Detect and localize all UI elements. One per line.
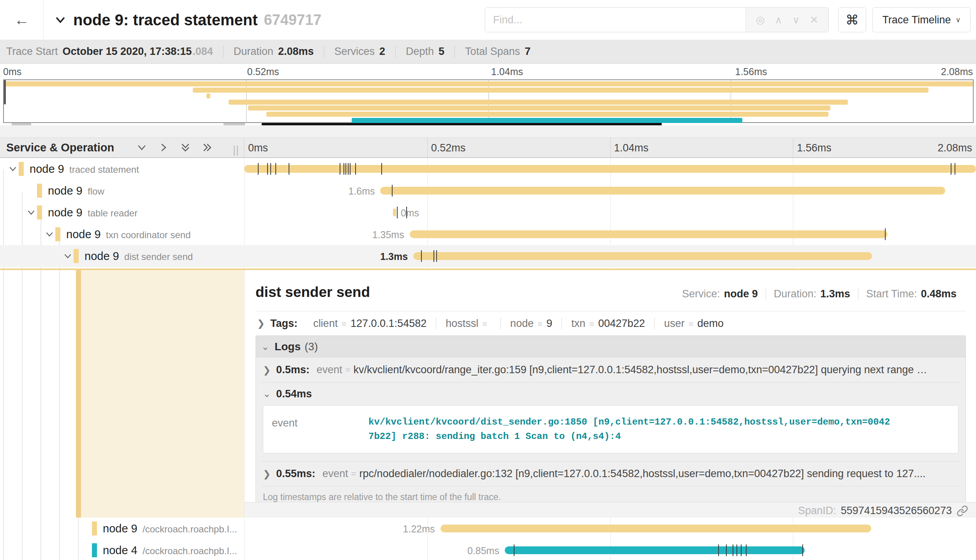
span-bar[interactable] xyxy=(505,546,805,554)
tag-value: demo xyxy=(698,318,724,330)
find-prev-icon[interactable]: ∧ xyxy=(775,14,782,26)
span-tree-cell: node 9 traced statement xyxy=(0,158,244,180)
span-bar[interactable] xyxy=(440,525,872,532)
tags-row[interactable]: ❯ Tags: client=127.0.0.1:54582hostssl=no… xyxy=(255,311,966,335)
tag-item[interactable]: node=9 xyxy=(500,318,562,330)
span-duration-label: 1.6ms xyxy=(348,186,375,197)
chevron-down-icon[interactable] xyxy=(8,164,18,174)
span-row[interactable]: node 9 traced statement xyxy=(0,158,976,180)
log-entry-expanded-header[interactable]: ⌄ 0.54ms xyxy=(261,383,960,405)
axis-tick-label: 2.08ms xyxy=(937,142,972,154)
trace-minimap: 0ms0.52ms1.04ms1.56ms2.08ms xyxy=(0,64,976,125)
service-color-chip xyxy=(37,205,42,219)
back-arrow-icon: ← xyxy=(14,12,29,28)
span-duration: Duration:1.3ms xyxy=(766,288,858,300)
span-bar[interactable] xyxy=(393,209,396,216)
tag-equals: = xyxy=(342,319,347,329)
find-clear-icon[interactable]: ✕ xyxy=(810,14,818,26)
span-name: dist sender send xyxy=(255,284,370,300)
service-color-chip xyxy=(74,249,79,263)
span-bar[interactable] xyxy=(380,187,945,195)
collapse-all-icon[interactable] xyxy=(180,142,191,153)
log-event-tick xyxy=(746,544,747,556)
operation-name: /cockroach.roachpb.I... xyxy=(137,546,237,556)
minimap-tick-label: 0.52ms xyxy=(247,66,279,77)
tag-item[interactable]: txn=00427b22 xyxy=(562,318,654,330)
tree-controls xyxy=(136,142,213,153)
chevron-down-icon[interactable] xyxy=(44,229,55,239)
span-meta: Service:node 9 Duration:1.3ms Start Time… xyxy=(674,288,964,300)
span-row[interactable]: node 9 table reader0ms xyxy=(0,202,976,223)
span-bar[interactable] xyxy=(410,230,888,238)
span-row[interactable]: node 9 flow1.6ms xyxy=(0,180,976,202)
axis-tick-label: 1.56ms xyxy=(797,142,832,154)
log-event-tick xyxy=(397,207,398,218)
tag-value: 9 xyxy=(546,318,552,330)
logs-header[interactable]: ⌄ Logs (3) xyxy=(256,336,965,358)
operation-name: table reader xyxy=(83,208,137,218)
service-name: node 9 txn coordinator send xyxy=(66,228,191,241)
copy-link-icon[interactable] xyxy=(957,505,968,517)
span-row[interactable]: node 9 dist sender send1.3ms xyxy=(0,245,976,267)
log-event-tick xyxy=(406,207,407,218)
span-detail-header: dist sender send Service:node 9 Duration… xyxy=(255,270,966,311)
span-service: Service:node 9 xyxy=(674,288,766,300)
log-entry-expanded: ⌄ 0.54ms event kv/kvclient/kvcoord/dist_… xyxy=(261,383,960,462)
chevron-down-icon[interactable] xyxy=(26,207,36,218)
service-color-chip xyxy=(92,543,97,557)
span-row[interactable]: node 9 txn coordinator send1.35ms xyxy=(0,223,976,245)
collapse-one-icon[interactable] xyxy=(136,142,148,153)
log-event-tick xyxy=(392,185,393,197)
span-duration-label: 0ms xyxy=(401,207,419,219)
operation-name: traced statement xyxy=(64,164,139,175)
axis-gridline xyxy=(793,138,793,157)
log-event-tick xyxy=(436,250,437,262)
collapse-trace-icon[interactable] xyxy=(54,13,67,26)
minimap-canvas[interactable] xyxy=(3,79,974,123)
tag-item[interactable]: hostssl= xyxy=(436,318,500,330)
log-event-tick xyxy=(289,163,289,175)
tag-value: 00427b22 xyxy=(598,318,645,330)
service-color-chip xyxy=(55,227,60,241)
tag-item[interactable]: user=demo xyxy=(654,318,733,330)
tag-item[interactable]: client=127.0.0.1:54582 xyxy=(304,318,436,330)
column-resizer-handle[interactable] xyxy=(234,146,238,156)
minimap-span xyxy=(229,100,848,105)
log-event-tick xyxy=(381,163,382,175)
service-name: node 9 table reader xyxy=(48,206,137,219)
span-bar[interactable] xyxy=(413,252,872,260)
summary-depth: Depth 5 xyxy=(395,46,455,58)
find-input[interactable] xyxy=(485,8,745,32)
axis-gridline xyxy=(610,138,611,157)
service-color-chip xyxy=(37,184,42,198)
log-fields-table: event kv/kvclient/kvcoord/dist_sender.go… xyxy=(263,405,958,453)
log-event-tick xyxy=(348,163,349,175)
span-bar[interactable] xyxy=(244,165,976,173)
expand-one-icon[interactable] xyxy=(158,142,169,153)
expand-all-icon[interactable] xyxy=(201,142,213,153)
minimap-tick-label: 0ms xyxy=(3,66,21,77)
span-row[interactable]: node 4 /cockroach.roachpb.I...0.85ms xyxy=(0,539,976,560)
tags-list: client=127.0.0.1:54582hostssl=node=9txn=… xyxy=(304,318,733,330)
service-operation-header: Service & Operation xyxy=(0,138,244,157)
chevron-down-icon[interactable] xyxy=(63,251,73,261)
back-button[interactable]: ← xyxy=(0,0,44,40)
find-target-icon[interactable]: ◎ xyxy=(756,14,765,26)
log-entry-collapsed[interactable]: ❯ 0.5ms: event = kv/kvclient/kvcoord/ran… xyxy=(261,358,960,383)
log-entry-collapsed[interactable]: ❯ 0.55ms: event = rpc/nodedialer/nodedia… xyxy=(261,462,960,486)
view-selector-button[interactable]: Trace Timeline ∨ xyxy=(872,7,971,32)
service-name: node 9 /cockroach.roachpb.I... xyxy=(103,522,237,535)
minimap-span xyxy=(206,93,210,98)
log-event-tick xyxy=(736,544,737,556)
chevron-down-icon: ⌄ xyxy=(263,388,271,399)
minimap-viewport-scrubber[interactable] xyxy=(4,80,6,104)
find-next-icon[interactable]: ∨ xyxy=(792,14,800,26)
service-name: node 9 dist sender send xyxy=(85,250,193,263)
axis-tick-label: 0ms xyxy=(248,142,268,154)
tag-value: 127.0.0.1:54582 xyxy=(351,318,426,330)
span-row[interactable]: node 9 /cockroach.roachpb.I...1.22ms xyxy=(0,518,976,539)
keyboard-shortcuts-button[interactable]: ⌘ xyxy=(838,7,866,32)
operation-name: dist sender send xyxy=(119,251,193,262)
span-plot-cell: 1.22ms xyxy=(244,518,976,539)
operation-name: /cockroach.roachpb.I... xyxy=(137,524,237,534)
